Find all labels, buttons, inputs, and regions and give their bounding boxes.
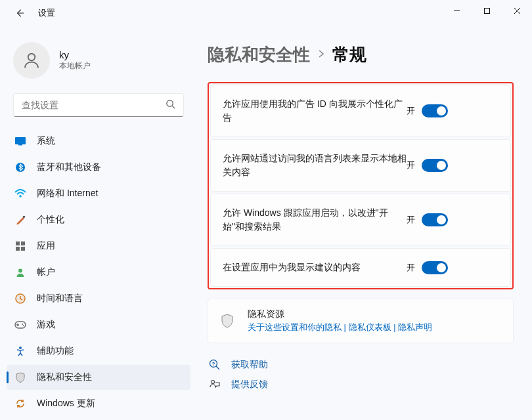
privacy-icon <box>14 371 26 383</box>
resource-title: 隐私资源 <box>248 308 432 320</box>
sidebar-item-label: 蓝牙和其他设备 <box>37 161 101 173</box>
svg-rect-13 <box>21 242 25 245</box>
sidebar-item-bluetooth[interactable]: 蓝牙和其他设备 <box>7 155 190 180</box>
svg-line-6 <box>172 106 175 108</box>
svg-rect-15 <box>21 247 25 251</box>
gaming-icon <box>14 319 26 331</box>
breadcrumb-current: 常规 <box>332 43 366 66</box>
feedback-icon <box>209 379 221 390</box>
breadcrumb: 隐私和安全性 常规 <box>208 43 514 66</box>
sidebar-item-label: 游戏 <box>37 319 55 331</box>
apps-icon <box>14 240 26 252</box>
setting-label: 允许 Windows 跟踪应用启动，以改进"开始"和搜索结果 <box>223 206 407 234</box>
svg-point-26 <box>211 381 215 384</box>
sidebar-item-update[interactable]: Windows 更新 <box>7 391 190 416</box>
settings-highlight-box: 允许应用使用我的广告 ID 向我展示个性化广告开允许网站通过访问我的语言列表来显… <box>208 82 514 289</box>
sidebar-item-personalization[interactable]: 个性化 <box>7 207 190 232</box>
toggle-switch[interactable] <box>422 213 448 226</box>
svg-text:?: ? <box>212 361 215 367</box>
resource-link[interactable]: 隐私声明 <box>398 322 432 332</box>
resource-link[interactable]: 隐私仪表板 <box>349 322 391 332</box>
toggle-switch[interactable] <box>422 104 448 117</box>
svg-point-10 <box>19 195 22 198</box>
svg-line-25 <box>216 366 219 369</box>
sidebar-item-label: 辅助功能 <box>37 345 74 357</box>
chevron-right-icon <box>318 48 324 62</box>
toggle-switch[interactable] <box>422 159 448 172</box>
accessibility-icon <box>14 345 26 357</box>
shield-icon <box>220 313 236 329</box>
setting-row: 在设置应用中为我显示建议的内容开 <box>210 248 511 287</box>
resource-links: 关于这些设置和你的隐私 | 隐私仪表板 | 隐私声明 <box>248 322 432 333</box>
user-name: ky <box>59 49 91 60</box>
maximize-button[interactable] <box>472 0 502 21</box>
sidebar-item-apps[interactable]: 应用 <box>7 234 190 259</box>
toggle-switch[interactable] <box>422 261 448 274</box>
setting-row: 允许网站通过访问我的语言列表来显示本地相关内容开 <box>210 139 511 192</box>
setting-label: 允许应用使用我的广告 ID 向我展示个性化广告 <box>223 97 407 125</box>
svg-point-16 <box>18 269 22 273</box>
sidebar-item-label: 应用 <box>37 240 55 252</box>
toggle-state-label: 开 <box>407 159 415 171</box>
update-icon <box>14 398 26 410</box>
toggle-state-label: 开 <box>407 105 415 117</box>
svg-point-4 <box>28 54 35 61</box>
svg-rect-7 <box>15 137 26 144</box>
setting-row: 允许应用使用我的广告 ID 向我展示个性化广告开 <box>210 85 511 137</box>
svg-rect-1 <box>484 8 489 13</box>
system-icon <box>14 135 26 147</box>
user-block[interactable]: ky 本地帐户 <box>0 33 197 91</box>
sidebar-item-label: 个性化 <box>37 214 64 226</box>
sidebar-item-network[interactable]: 网络和 Internet <box>7 181 190 206</box>
accounts-icon <box>14 266 26 278</box>
svg-point-21 <box>23 325 24 326</box>
sidebar-item-privacy[interactable]: 隐私和安全性 <box>7 365 190 390</box>
get-help-label: 获取帮助 <box>231 359 268 371</box>
search-icon <box>166 99 175 112</box>
svg-point-22 <box>19 346 22 349</box>
get-help-link[interactable]: ? 获取帮助 <box>209 359 514 371</box>
sidebar-item-label: 网络和 Internet <box>37 188 98 200</box>
sidebar-item-label: 系统 <box>37 135 55 147</box>
sidebar-item-system[interactable]: 系统 <box>7 129 190 154</box>
feedback-link[interactable]: 提供反馈 <box>209 379 514 390</box>
resource-link[interactable]: 关于这些设置和你的隐私 <box>248 322 342 332</box>
time-icon <box>14 293 26 304</box>
window-title: 设置 <box>38 7 55 19</box>
bluetooth-icon <box>14 161 26 173</box>
setting-row: 允许 Windows 跟踪应用启动，以改进"开始"和搜索结果开 <box>210 194 511 246</box>
sidebar-item-accounts[interactable]: 帐户 <box>7 260 190 285</box>
sidebar-item-label: Windows 更新 <box>37 398 95 410</box>
feedback-label: 提供反馈 <box>231 379 268 390</box>
svg-rect-14 <box>16 247 20 251</box>
setting-label: 允许网站通过访问我的语言列表来显示本地相关内容 <box>223 152 407 179</box>
close-button[interactable] <box>502 0 532 21</box>
help-icon: ? <box>209 359 221 371</box>
user-subtitle: 本地帐户 <box>59 60 91 72</box>
privacy-resources-card: 隐私资源 关于这些设置和你的隐私 | 隐私仪表板 | 隐私声明 <box>208 299 514 343</box>
search-input[interactable] <box>22 100 166 110</box>
network-icon <box>14 188 26 200</box>
sidebar-item-label: 隐私和安全性 <box>37 371 92 383</box>
svg-rect-12 <box>16 242 20 245</box>
minimize-button[interactable] <box>441 0 472 21</box>
back-button[interactable] <box>13 7 26 20</box>
svg-point-5 <box>167 100 173 106</box>
search-box[interactable] <box>13 93 184 117</box>
svg-point-20 <box>22 324 23 325</box>
sidebar-item-time[interactable]: 时间和语言 <box>7 286 190 311</box>
breadcrumb-parent[interactable]: 隐私和安全性 <box>208 43 310 66</box>
sidebar-item-label: 帐户 <box>37 266 55 278</box>
sidebar-item-accessibility[interactable]: 辅助功能 <box>7 339 190 364</box>
avatar <box>13 42 50 79</box>
svg-rect-8 <box>18 144 22 146</box>
setting-label: 在设置应用中为我显示建议的内容 <box>223 261 407 274</box>
sidebar-item-label: 时间和语言 <box>37 293 83 304</box>
toggle-state-label: 开 <box>407 214 415 226</box>
toggle-state-label: 开 <box>407 262 415 274</box>
personalization-icon <box>14 214 26 226</box>
sidebar-item-gaming[interactable]: 游戏 <box>7 312 190 337</box>
